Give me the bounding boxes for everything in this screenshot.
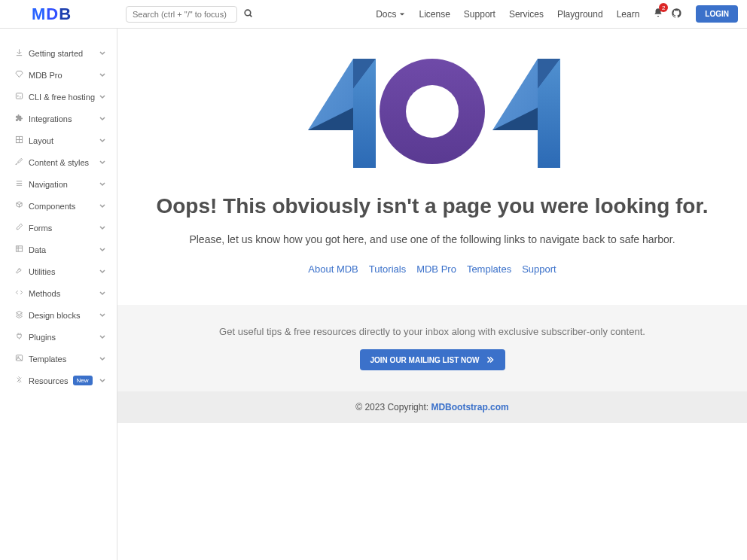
table-icon — [15, 245, 29, 254]
copyright-text: © 2023 Copyright: — [355, 402, 431, 412]
cta-section: Get useful tips & free resources directl… — [117, 305, 747, 391]
join-mailing-list-button[interactable]: JOIN OUR MAILING LIST NOW — [360, 349, 505, 370]
link-tutorials[interactable]: Tutorials — [369, 263, 406, 275]
sidebar-item-forms[interactable]: Forms — [0, 217, 117, 239]
svg-point-8 — [406, 85, 459, 138]
sidebar-item-integrations[interactable]: Integrations — [0, 108, 117, 129]
edit-icon — [15, 223, 29, 233]
sidebar-item-label: Integrations — [29, 114, 72, 123]
error-404-graphic — [133, 51, 732, 172]
sidebar-item-plugins[interactable]: Plugins — [0, 326, 117, 348]
nav-license[interactable]: License — [419, 9, 450, 20]
sidebar-item-layout[interactable]: Layout — [0, 129, 117, 151]
sidebar-item-label: Components — [29, 202, 75, 211]
chevron-down-icon — [99, 202, 106, 211]
sidebar-item-label: Forms — [29, 224, 52, 233]
chevron-down-icon — [99, 224, 106, 233]
sidebar-item-label: Methods — [29, 289, 60, 298]
nav-learn[interactable]: Learn — [617, 9, 640, 20]
svg-rect-4 — [16, 246, 22, 251]
copyright-link[interactable]: MDBootstrap.com — [431, 402, 508, 412]
sidebar-item-utilities[interactable]: Utilities — [0, 260, 117, 282]
github-icon[interactable] — [671, 8, 682, 21]
cta-text: Get useful tips & free resources directl… — [133, 326, 732, 337]
sidebar-item-label: MDB Pro — [29, 71, 63, 80]
sidebar-item-label: CLI & free hosting — [29, 93, 95, 102]
sidebar-item-label: Layout — [29, 136, 53, 145]
sidebar-item-label: Utilities — [29, 267, 55, 276]
logo[interactable]: MDB — [9, 5, 114, 24]
chevron-down-icon — [99, 333, 106, 342]
sidebar-item-resources[interactable]: Resources New — [0, 370, 117, 391]
sidebar-item-getting-started[interactable]: Getting started — [0, 42, 117, 64]
sidebar-item-design-blocks[interactable]: Design blocks — [0, 304, 117, 326]
terminal-icon — [15, 92, 29, 102]
logo-b: B — [59, 5, 72, 24]
brush-icon — [15, 157, 29, 167]
cubes-icon — [15, 201, 29, 211]
chevron-down-icon — [99, 376, 106, 385]
wrench-icon — [15, 266, 29, 276]
search-input[interactable] — [126, 6, 237, 23]
layers-icon — [15, 310, 29, 320]
svg-line-1 — [250, 14, 252, 17]
sidebar-item-label: Navigation — [29, 180, 68, 189]
chevron-down-icon — [99, 71, 106, 80]
sidebar-item-cli-hosting[interactable]: CLI & free hosting — [0, 86, 117, 108]
sidebar-item-label: Data — [29, 245, 46, 254]
chevron-down-icon — [99, 136, 106, 145]
image-icon — [15, 354, 29, 364]
sidebar-item-navigation[interactable]: Navigation — [0, 173, 117, 195]
error-links: About MDB Tutorials MDB Pro Templates Su… — [133, 263, 732, 275]
sidebar-item-label: Templates — [29, 355, 66, 364]
topnav: Docs License Support Services Playground… — [376, 5, 738, 23]
nav-support[interactable]: Support — [464, 9, 495, 20]
login-button[interactable]: LOGIN — [696, 5, 738, 23]
menu-icon — [15, 179, 29, 189]
chevron-down-icon — [99, 114, 106, 123]
chevron-down-icon — [99, 158, 106, 167]
copyright-footer: © 2023 Copyright: MDBootstrap.com — [117, 391, 747, 423]
caret-down-icon — [399, 11, 405, 17]
sidebar-item-content-styles[interactable]: Content & styles — [0, 151, 117, 173]
chevron-down-icon — [99, 355, 106, 364]
search-icon[interactable] — [243, 8, 253, 20]
link-about-mdb[interactable]: About MDB — [308, 263, 358, 275]
error-text: Please, let us know how you got here, an… — [133, 233, 732, 245]
grid-icon — [15, 135, 29, 145]
sidebar-item-label: Design blocks — [29, 311, 80, 320]
chevron-down-icon — [99, 289, 106, 298]
link-mdb-pro[interactable]: MDB Pro — [416, 263, 456, 275]
nav-playground[interactable]: Playground — [557, 9, 603, 20]
sidebar-item-label: Plugins — [29, 333, 56, 342]
bell-badge: 2 — [659, 3, 668, 12]
svg-rect-2 — [16, 93, 22, 99]
link-templates[interactable]: Templates — [467, 263, 511, 275]
logo-d: D — [46, 5, 59, 24]
error-title: Oops! This obviously isn't a page you we… — [133, 194, 732, 218]
arrow-right-icon — [486, 355, 495, 364]
search-wrap — [126, 6, 253, 23]
sidebar-item-label: Getting started — [29, 49, 83, 58]
sidebar-item-components[interactable]: Components — [0, 195, 117, 217]
new-badge: New — [73, 376, 93, 385]
chevron-down-icon — [99, 93, 106, 102]
bell-icon[interactable]: 2 — [653, 8, 663, 20]
sidebar-item-label: Content & styles — [29, 158, 89, 167]
sidebar-item-mdb-pro[interactable]: MDB Pro — [0, 64, 117, 86]
link-support[interactable]: Support — [522, 263, 556, 275]
sidebar-item-methods[interactable]: Methods — [0, 282, 117, 304]
nav-services[interactable]: Services — [509, 9, 544, 20]
svg-point-0 — [245, 10, 251, 16]
sidebar-item-templates[interactable]: Templates — [0, 348, 117, 370]
chevron-down-icon — [99, 49, 106, 58]
main-content: Oops! This obviously isn't a page you we… — [117, 29, 747, 560]
chevron-down-icon — [99, 267, 106, 276]
sidebar: Getting started MDB Pro CLI & free hosti… — [0, 29, 117, 560]
sidebar-item-data[interactable]: Data — [0, 239, 117, 260]
chevron-down-icon — [99, 180, 106, 189]
logo-m: M — [32, 5, 46, 24]
topnav-icons: 2 — [653, 8, 682, 21]
nav-docs[interactable]: Docs — [376, 9, 405, 20]
topbar: MDB Docs License Support Services Playgr… — [0, 0, 747, 29]
